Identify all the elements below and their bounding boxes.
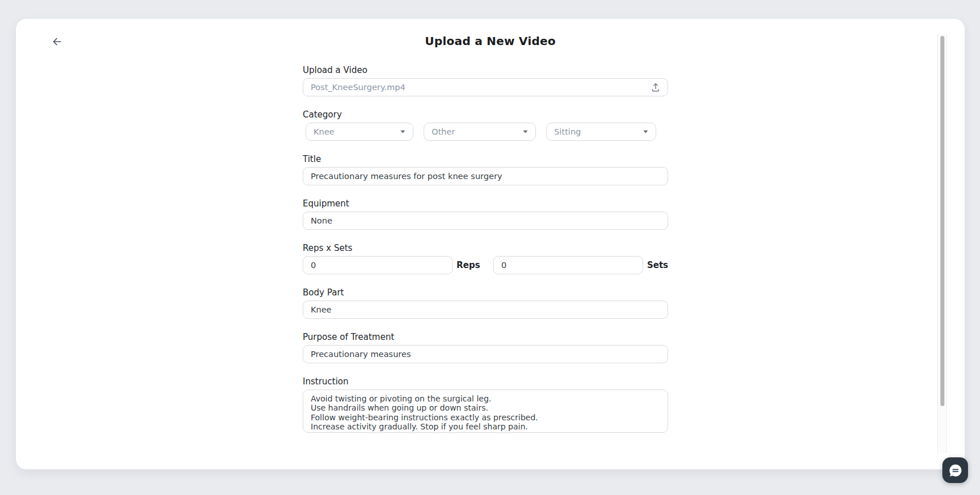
category-dropdown-1-value: Knee: [314, 127, 335, 136]
arrow-left-icon: [51, 35, 63, 48]
upload-video-label: Upload a Video: [303, 65, 668, 75]
reps-sets-field: Reps x Sets Reps Sets: [303, 243, 668, 274]
caret-down-icon: [643, 130, 648, 133]
upload-video-card: Upload a New Video Upload a Video Catego…: [16, 19, 965, 469]
category-label: Category: [303, 109, 668, 120]
page-title: Upload a New Video: [16, 34, 965, 48]
upload-form: Upload a Video Category Knee Other: [303, 65, 668, 435]
caret-down-icon: [400, 130, 405, 133]
category-field: Category Knee Other Sitting: [303, 109, 668, 141]
equipment-input[interactable]: [303, 212, 668, 230]
instruction-field: Instruction Avoid twisting or pivoting o…: [303, 376, 668, 435]
purpose-field: Purpose of Treatment: [303, 332, 668, 363]
reps-input[interactable]: [303, 256, 453, 274]
upload-video-input[interactable]: [303, 78, 668, 96]
instruction-textarea[interactable]: Avoid twisting or pivoting on the surgic…: [303, 389, 668, 433]
title-input[interactable]: [303, 167, 668, 185]
equipment-field: Equipment: [303, 198, 668, 230]
reps-sets-label: Reps x Sets: [303, 243, 668, 253]
title-field: Title: [303, 154, 668, 185]
caret-down-icon: [523, 130, 528, 133]
body-part-field: Body Part: [303, 287, 668, 319]
equipment-label: Equipment: [303, 198, 668, 209]
chat-bubble-icon: [947, 462, 964, 479]
reps-suffix-label: Reps: [457, 260, 480, 270]
scrollbar-track[interactable]: [937, 34, 947, 453]
instruction-label: Instruction: [303, 376, 668, 387]
body-part-label: Body Part: [303, 287, 668, 298]
title-label: Title: [303, 154, 668, 164]
chat-launcher-button[interactable]: [942, 457, 968, 483]
category-dropdown-3[interactable]: Sitting: [546, 123, 656, 141]
category-dropdown-2-value: Other: [432, 127, 455, 136]
back-button[interactable]: [48, 33, 66, 51]
sets-input[interactable]: [493, 256, 643, 274]
category-dropdown-3-value: Sitting: [554, 127, 581, 136]
purpose-label: Purpose of Treatment: [303, 332, 668, 342]
upload-video-field: Upload a Video: [303, 65, 668, 96]
scrollbar-thumb[interactable]: [940, 36, 944, 406]
sets-suffix-label: Sets: [647, 260, 668, 270]
category-dropdown-2[interactable]: Other: [424, 123, 536, 141]
body-part-input[interactable]: [303, 301, 668, 319]
category-dropdown-1[interactable]: Knee: [306, 123, 413, 141]
purpose-input[interactable]: [303, 345, 668, 363]
